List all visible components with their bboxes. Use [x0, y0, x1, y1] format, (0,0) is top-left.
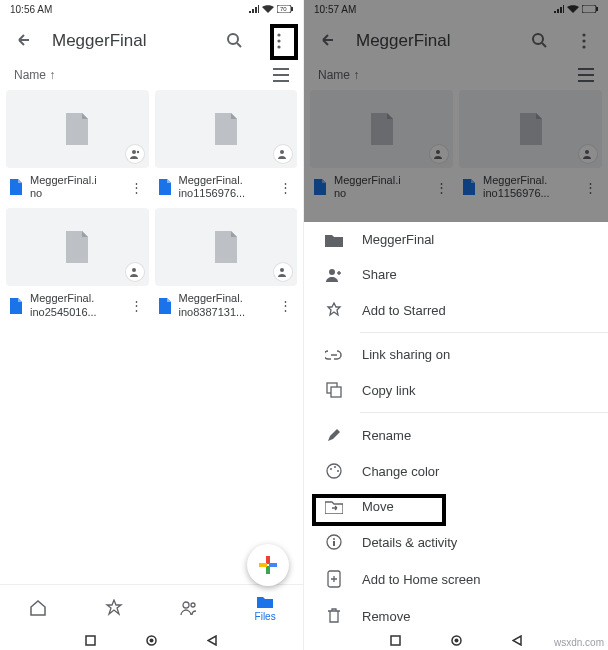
nav-back-icon[interactable]	[512, 635, 523, 646]
doc-icon	[461, 179, 477, 195]
file-card[interactable]: MeggerFinal.ino8387131... ⋮	[155, 208, 298, 318]
search-button[interactable]	[524, 25, 556, 57]
right-screenshot: 10:57 AM MeggerFinal Name ↑	[304, 0, 608, 650]
status-time: 10:57 AM	[314, 4, 356, 15]
svg-rect-14	[259, 563, 267, 567]
file-more-button[interactable]: ⋮	[127, 180, 147, 195]
wifi-icon	[567, 5, 579, 14]
file-more-button[interactable]: ⋮	[275, 298, 295, 313]
view-toggle[interactable]	[578, 68, 594, 82]
file-name: MeggerFinal.ino1156976...	[483, 174, 574, 200]
file-icon	[369, 113, 395, 145]
wifi-icon	[262, 5, 274, 14]
app-header: MeggerFinal	[304, 18, 608, 64]
svg-point-4	[277, 33, 280, 36]
status-bar: 10:57 AM	[304, 0, 608, 18]
nav-recent-icon[interactable]	[390, 635, 401, 646]
nav-shared[interactable]	[152, 585, 228, 630]
sheet-copy-link[interactable]: Copy link	[304, 372, 608, 408]
sheet-details[interactable]: Details & activity	[304, 524, 608, 560]
sheet-details-label: Details & activity	[362, 535, 457, 550]
sheet-home-label: Add to Home screen	[362, 572, 481, 587]
status-bar: 10:56 AM 70	[0, 0, 303, 18]
sheet-rename[interactable]: Rename	[304, 417, 608, 453]
nav-back-icon[interactable]	[207, 635, 218, 646]
svg-rect-13	[266, 566, 270, 574]
shared-badge	[430, 145, 448, 163]
file-more-button[interactable]: ⋮	[580, 180, 600, 195]
sheet-link-sharing[interactable]: Link sharing on	[304, 337, 608, 372]
trash-icon	[324, 608, 344, 624]
sheet-link-label: Link sharing on	[362, 347, 450, 362]
svg-point-3	[228, 34, 238, 44]
doc-icon	[312, 179, 328, 195]
file-card[interactable]: MeggerFinal.ino ⋮	[6, 90, 149, 200]
shared-badge	[126, 263, 144, 281]
left-screenshot: 10:56 AM 70 MeggerFinal Name ↑	[0, 0, 304, 650]
more-button[interactable]	[568, 25, 600, 57]
more-button[interactable]	[263, 25, 295, 57]
nav-home-icon[interactable]	[146, 635, 157, 646]
file-more-button[interactable]: ⋮	[127, 298, 147, 313]
sheet-move-label: Move	[362, 499, 394, 514]
nav-home-icon[interactable]	[451, 635, 462, 646]
file-thumbnail	[6, 208, 149, 286]
sheet-rename-label: Rename	[362, 428, 411, 443]
svg-rect-31	[331, 387, 341, 397]
nav-recent-icon[interactable]	[85, 635, 96, 646]
signal-icon	[249, 5, 259, 14]
info-icon	[324, 534, 344, 550]
svg-point-23	[533, 34, 543, 44]
people-icon	[278, 267, 288, 277]
sheet-move[interactable]: Move	[304, 489, 608, 524]
nav-home[interactable]	[0, 585, 76, 630]
shared-badge	[274, 145, 292, 163]
file-card[interactable]: MeggerFinal.ino2545016... ⋮	[6, 208, 149, 318]
file-icon	[64, 113, 90, 145]
shared-badge	[126, 145, 144, 163]
back-button[interactable]	[8, 25, 40, 57]
sheet-star[interactable]: Add to Starred	[304, 292, 608, 328]
android-nav	[0, 630, 303, 650]
list-subheader: Name ↑	[304, 64, 608, 90]
folder-icon	[256, 594, 274, 610]
sheet-change-color[interactable]: Change color	[304, 453, 608, 489]
back-button[interactable]	[312, 25, 344, 57]
svg-rect-38	[333, 541, 335, 546]
search-button[interactable]	[219, 25, 251, 57]
list-view-icon	[578, 68, 594, 82]
sheet-add-home[interactable]: Add to Home screen	[304, 560, 608, 598]
link-icon	[324, 350, 344, 360]
file-more-button[interactable]: ⋮	[275, 180, 295, 195]
nav-starred[interactable]	[76, 585, 152, 630]
file-name: MeggerFinal.ino2545016...	[30, 292, 121, 318]
file-more-button[interactable]: ⋮	[431, 180, 451, 195]
svg-point-11	[280, 268, 284, 272]
file-thumbnail	[310, 90, 453, 168]
sheet-share[interactable]: Share	[304, 257, 608, 292]
fab-add-button[interactable]	[247, 544, 289, 586]
file-card[interactable]: MeggerFinal.ino ⋮	[310, 90, 453, 200]
arrow-left-icon	[319, 32, 337, 50]
sort-label[interactable]: Name ↑	[318, 68, 359, 82]
pencil-icon	[324, 427, 344, 443]
svg-point-25	[582, 39, 585, 42]
file-card[interactable]: MeggerFinal.ino1156976... ⋮	[155, 90, 298, 200]
folder-icon	[324, 233, 344, 247]
view-toggle[interactable]	[273, 68, 289, 82]
svg-rect-12	[266, 556, 270, 564]
file-icon	[213, 113, 239, 145]
svg-rect-1	[291, 7, 293, 11]
list-view-icon	[273, 68, 289, 82]
sort-label[interactable]: Name ↑	[14, 68, 55, 82]
status-icons	[554, 5, 598, 14]
sheet-remove[interactable]: Remove	[304, 598, 608, 630]
file-card[interactable]: MeggerFinal.ino1156976... ⋮	[459, 90, 602, 200]
star-outline-icon	[324, 302, 344, 318]
svg-point-24	[582, 33, 585, 36]
svg-point-33	[330, 468, 332, 470]
nav-files[interactable]: Files	[227, 585, 303, 630]
shared-badge	[274, 263, 292, 281]
doc-icon	[8, 179, 24, 195]
star-icon	[105, 599, 123, 617]
